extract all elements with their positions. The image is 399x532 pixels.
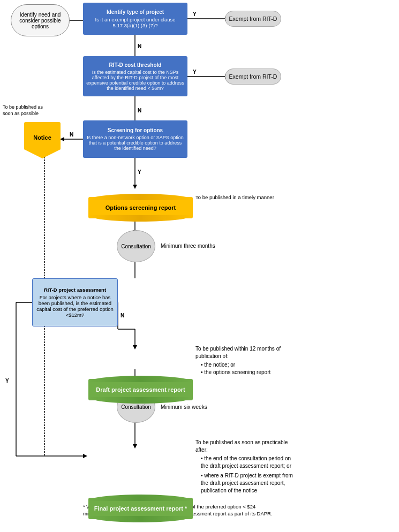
consultation1-shape: Consultation [117, 230, 155, 262]
exempt2-shape: Exempt from RIT-D [225, 69, 281, 85]
screening-title: Screening for options [86, 127, 184, 133]
screening-shape: Screening for options Is there a non-net… [83, 120, 187, 158]
consultation1-label: Consultation [121, 244, 151, 249]
min-three-months-label: Minimum three months [161, 243, 241, 249]
exempt2-label: Exempt from RIT-D [229, 73, 277, 80]
diagram-container: N N Y Y N Y N [0, 0, 399, 532]
exempt1-shape: Exempt from RIT-D [225, 11, 281, 27]
svg-text:N: N [70, 132, 73, 138]
svg-text:N: N [121, 313, 124, 318]
draft-report-shape: Draft project assessment report [88, 379, 193, 400]
identify-type-subtitle: Is it an exempt project under clause 5.1… [86, 17, 184, 28]
ritd-cost-title: RIT-D cost threshold [86, 62, 184, 68]
ritd-cost-shape: RIT-D cost threshold Is the estimated ca… [83, 56, 187, 96]
svg-marker-26 [133, 345, 137, 349]
svg-text:Y: Y [193, 69, 197, 75]
notice-label: Notice [33, 134, 51, 141]
options-screening-label: Options screening report [106, 204, 176, 211]
ritd-cost-subtitle: Is the estimated capital cost to the NSP… [86, 70, 184, 91]
final-report-label: Final project assessment report * [94, 505, 187, 512]
consultation2-label: Consultation [121, 404, 151, 410]
ritd-assessment-shape: RIT-D project assessment For projects wh… [32, 278, 118, 326]
timely-publish-label: To be published in a timely manner [195, 194, 281, 201]
final-bullet-1: the end of the consultation period on th… [201, 455, 295, 470]
final-bullets-list: the end of the consultation period on th… [195, 455, 295, 495]
identify-need-label: Identify need and consider possible opti… [14, 12, 66, 29]
identify-need-shape: Identify need and consider possible opti… [11, 4, 70, 36]
min-six-weeks-label: Minimum six weeks [161, 404, 241, 410]
identify-type-title: Identify type of project [86, 9, 184, 15]
identify-type-shape: Identify type of project Is it an exempt… [83, 3, 187, 35]
svg-marker-15 [60, 137, 64, 141]
svg-text:Y: Y [193, 11, 197, 17]
ritd-assessment-title: RIT-D project assessment [36, 287, 114, 293]
options-screening-shape: Options screening report [88, 197, 193, 218]
draft-bullets-list: the notice; or the options screening rep… [195, 361, 292, 376]
final-publish-label: To be published as soon as practicable a… [195, 439, 295, 495]
svg-marker-18 [133, 185, 137, 189]
final-bullet-2: where a RIT-D project is exempt from the… [201, 472, 295, 495]
svg-marker-36 [133, 444, 137, 449]
screening-subtitle: Is there a non-network option or SAPS op… [86, 135, 184, 151]
svg-text:Y: Y [138, 169, 141, 175]
ritd-assessment-subtitle: For projects where a notice has been pub… [36, 294, 114, 318]
exempt1-label: Exempt from RIT-D [229, 16, 277, 22]
draft-report-label: Draft project assessment report [96, 386, 185, 393]
final-report-shape: Final project assessment report * [88, 498, 193, 519]
svg-text:Y: Y [5, 378, 9, 384]
svg-marker-31 [83, 454, 87, 458]
draft-bullet-2: the options screening report [201, 369, 292, 376]
publish-soon-label: To be published as soon as possible [3, 104, 62, 117]
notice-shape: Notice [24, 122, 61, 158]
draft-publish-label: To be published within 12 months of publ… [195, 345, 292, 376]
svg-text:N: N [138, 108, 141, 113]
svg-text:N: N [138, 43, 141, 49]
draft-bullet-1: the notice; or [201, 361, 292, 369]
